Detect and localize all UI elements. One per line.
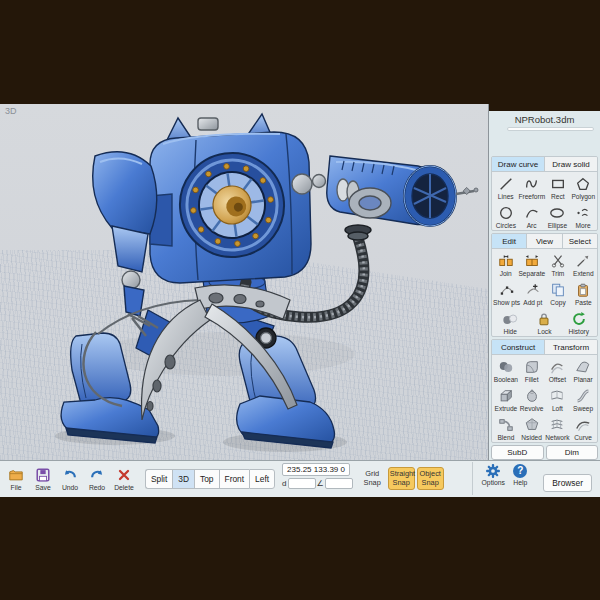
tool-paste[interactable]: Paste [571, 279, 596, 307]
tool-more[interactable]: More [570, 202, 596, 230]
viewport-3d[interactable]: 3D [0, 104, 489, 460]
panel-edit: EditViewSelectJoinSeparateTrimExtendShow… [491, 233, 598, 337]
tool-extend[interactable]: Extend [571, 250, 596, 278]
angle-input[interactable] [325, 478, 353, 489]
file-button[interactable]: File [4, 467, 28, 491]
panel-draw-curve: Draw curveDraw solidLinesFreeformRectPol… [491, 156, 598, 231]
tool-label: Nsided [521, 434, 542, 441]
join-icon [497, 252, 514, 269]
tool-trim[interactable]: Trim [545, 250, 570, 278]
tab-view[interactable]: View [527, 234, 562, 249]
tool-freeform[interactable]: Freeform [518, 173, 545, 201]
tool-sweep[interactable]: Sweep [570, 385, 596, 413]
object-snap-toggle[interactable]: Object Snap [417, 467, 444, 490]
tool-hide[interactable]: Hide [493, 308, 527, 336]
view-buttons: Split3DTopFrontLeft [145, 469, 275, 489]
tool-copy[interactable]: Copy [545, 279, 570, 307]
show-points-icon [498, 281, 515, 298]
view-left-button[interactable]: Left [249, 469, 275, 489]
tool-label: Blend [497, 434, 514, 441]
tool-revolve[interactable]: Revolve [519, 385, 545, 413]
coordinate-box[interactable]: 235.25 133.39 0 [282, 463, 350, 476]
coordinate-y: 133.39 [314, 465, 338, 474]
tool-label: More [576, 222, 591, 229]
tool-label: Join [500, 270, 512, 277]
tool-ellipse[interactable]: Ellipse [545, 202, 571, 230]
delete-button[interactable]: Delete [112, 467, 136, 491]
angle-icon: ∠ [317, 479, 324, 488]
toolbar-right-group: Options?Help Browser [472, 462, 596, 495]
tab-edit[interactable]: Edit [492, 234, 527, 249]
tool-add-pt[interactable]: Add pt [520, 279, 545, 307]
tool-row: CirclesArcEllipseMore [492, 201, 597, 230]
viewport-label: 3D [5, 106, 17, 116]
subd-button[interactable]: SubD [491, 445, 544, 460]
tool-label: Freeform [518, 193, 545, 200]
gear-icon [485, 462, 501, 479]
tool-blend[interactable]: Blend [493, 414, 519, 442]
tool-fillet[interactable]: Fillet [519, 356, 545, 384]
options-button[interactable]: Options [481, 462, 505, 486]
tool-network[interactable]: Network [545, 414, 571, 442]
tool-lines[interactable]: Lines [493, 173, 518, 201]
tab-transform[interactable]: Transform [545, 340, 597, 355]
tool-circles[interactable]: Circles [493, 202, 519, 230]
tool-label: Revolve [520, 405, 544, 412]
straight-snap-toggle[interactable]: Straight Snap [388, 467, 415, 490]
grid-snap-toggle[interactable]: Grid Snap [359, 467, 386, 490]
button-label: Options [482, 479, 505, 486]
floppy-icon [35, 467, 51, 484]
tab-select[interactable]: Select [563, 234, 597, 249]
tool-polygon[interactable]: Polygon [571, 173, 596, 201]
curve-icon [575, 416, 592, 433]
tool-separate[interactable]: Separate [518, 250, 545, 278]
undo-button[interactable]: Undo [58, 467, 82, 491]
distance-input[interactable] [288, 478, 316, 489]
tool-boolean[interactable]: Boolean [493, 356, 519, 384]
tool-row: Show ptsAdd ptCopyPaste [492, 278, 597, 307]
tool-join[interactable]: Join [493, 250, 518, 278]
view-3d-button[interactable]: 3D [172, 469, 194, 489]
tool-offset[interactable]: Offset [545, 356, 571, 384]
tab-draw-solid[interactable]: Draw solid [545, 157, 597, 172]
redo-button[interactable]: Redo [85, 467, 109, 491]
robot-model[interactable] [0, 104, 489, 460]
paste-icon [575, 281, 592, 298]
tool-label: Paste [575, 299, 592, 306]
view-front-button[interactable]: Front [219, 469, 250, 489]
document-title: NPRobot.3dm [491, 113, 598, 127]
tool-rect[interactable]: Rect [545, 173, 570, 201]
tool-nsided[interactable]: Nsided [519, 414, 545, 442]
circle-icon [497, 204, 514, 221]
dim-button[interactable]: Dim [546, 445, 599, 460]
browser-button[interactable]: Browser [543, 474, 592, 492]
help-button[interactable]: ?Help [508, 462, 532, 486]
tab-draw-curve[interactable]: Draw curve [492, 157, 545, 172]
view-top-button[interactable]: Top [194, 469, 219, 489]
lock-icon [536, 310, 553, 327]
scene-browser-area[interactable] [491, 133, 598, 156]
offset-icon [549, 358, 566, 375]
moi3d-window: 3D NPRobot.3dm Draw curveDraw solidLines… [0, 104, 600, 497]
view-split-button[interactable]: Split [145, 469, 172, 489]
tool-extrude[interactable]: Extrude [493, 385, 519, 413]
copy-icon [550, 281, 567, 298]
tool-label: Sweep [573, 405, 593, 412]
arc-icon [523, 204, 540, 221]
freeform-icon [523, 175, 540, 192]
polygon-icon [575, 175, 592, 192]
tool-curve[interactable]: Curve [570, 414, 596, 442]
history-icon [570, 310, 587, 327]
button-label: File [11, 484, 22, 491]
tool-lock[interactable]: Lock [527, 308, 561, 336]
tool-loft[interactable]: Loft [545, 385, 571, 413]
save-button[interactable]: Save [31, 467, 55, 491]
tool-label: Trim [551, 270, 564, 277]
tab-construct[interactable]: Construct [492, 340, 545, 355]
tool-arc[interactable]: Arc [519, 202, 545, 230]
tool-show-pts[interactable]: Show pts [493, 279, 520, 307]
tool-history[interactable]: History [562, 308, 596, 336]
tool-row: JoinSeparateTrimExtend [492, 249, 597, 278]
redo-icon [89, 467, 105, 484]
tool-planar[interactable]: Planar [570, 356, 596, 384]
